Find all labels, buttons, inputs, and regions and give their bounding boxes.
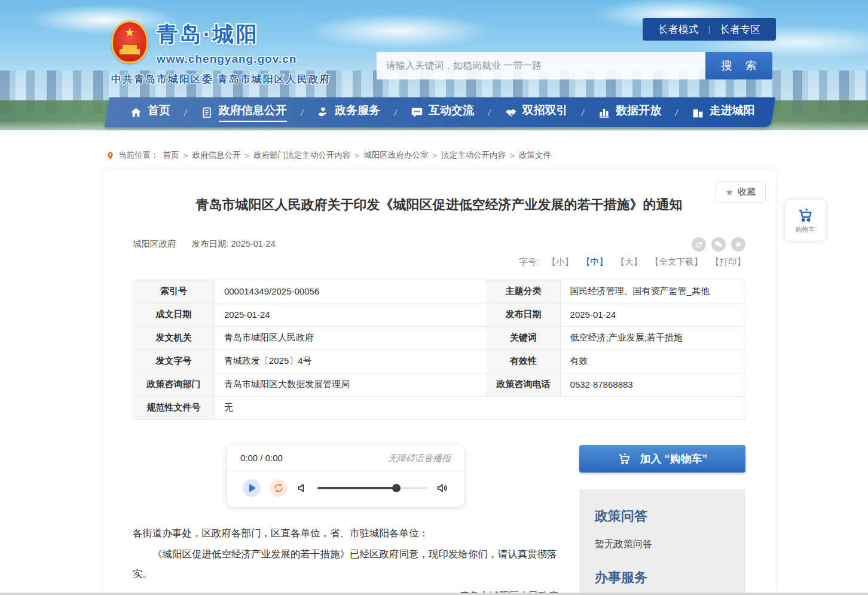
article-sidebar: 加入 “购物车” 政策问答 暂无政策问答 办事服务 — [579, 445, 745, 594]
search-input[interactable] — [377, 52, 705, 79]
site-title: 青岛·城阳 — [157, 20, 297, 48]
body-paragraph: 《城阳区促进低空经济产业发展的若干措施》已经区政府同意，现印发给你们，请认真贯彻… — [133, 544, 558, 584]
table-row: 政策咨询部门 青岛市城阳区大数据发展管理局 政策咨询电话 0532-878688… — [133, 373, 745, 396]
play-button[interactable] — [243, 479, 261, 497]
article-publish-date: 发布日期: 2025-01-24 — [192, 238, 276, 250]
accessibility-audio-player: 0:00 / 0:00 无障碍语音播报 — [227, 445, 464, 507]
table-row: 规范性文件号 无 — [133, 396, 745, 419]
volume-slider[interactable] — [317, 487, 427, 489]
site-logo-group: ★ 青岛·城阳 www.chengyang.gov.cn 中共青岛市城阳区委 青… — [111, 20, 331, 86]
site-subtitle: 中共青岛市城阳区委 青岛市城阳区人民政府 — [111, 72, 331, 86]
play-icon — [249, 484, 256, 492]
breadcrumb-item-disclosure[interactable]: 法定主动公开内容 — [441, 150, 506, 161]
font-size-controls: 字号: 【小】 【中】 【大】 【全文下载】 【打印】 — [133, 256, 745, 268]
breadcrumb-item-home[interactable]: 首页 — [163, 150, 179, 161]
breadcrumb-item-policy-files[interactable]: 政策文件 — [519, 150, 551, 161]
download-full-text-button[interactable]: 【全文下载】 — [650, 257, 702, 266]
service-hand-icon — [317, 106, 329, 119]
nav-separator: / — [301, 108, 303, 118]
share-icons — [692, 237, 745, 252]
favorite-star-icon: ★ — [726, 187, 733, 198]
home-icon — [130, 106, 142, 119]
page-title: 青岛市城阳区人民政府关于印发《城阳区促进低空经济产业发展的若干措施》的通知 — [103, 169, 775, 214]
article-body-column: 0:00 / 0:00 无障碍语音播报 — [133, 445, 558, 594]
document-icon — [201, 106, 213, 119]
breadcrumb-item-gov-info[interactable]: 政府信息公开 — [192, 150, 240, 161]
audio-caption: 无障碍语音播报 — [388, 453, 451, 464]
table-row: 发文机关 青岛市城阳区人民政府 关键词 低空经济;产业发展;若干措施 — [133, 326, 745, 349]
audio-time: 0:00 / 0:00 — [240, 453, 283, 464]
site-url: www.chengyang.gov.cn — [157, 53, 297, 66]
policy-qa-heading: 政策问答 — [595, 507, 730, 525]
floating-cart-button[interactable]: 购物车 — [785, 200, 826, 241]
policy-panel: 政策问答 暂无政策问答 办事服务 — [579, 489, 745, 594]
main-navigation: 首页 / 政府信息公开 / 政务服务 / 互动交流 / 双招双引 / — [109, 97, 775, 127]
table-row: 成文日期 2025-01-24 发布日期 2025-01-24 — [133, 303, 745, 326]
nav-item-services[interactable]: 政务服务 — [317, 103, 380, 122]
bar-chart-icon — [598, 106, 610, 119]
font-size-small-button[interactable]: 【小】 — [547, 257, 573, 266]
nav-separator: / — [488, 108, 490, 118]
article-source: 城阳区政府 — [133, 238, 176, 250]
elder-zone-button[interactable]: 长者专区 — [720, 23, 760, 36]
font-size-medium-button[interactable]: 【中】 — [582, 257, 608, 266]
nav-separator: / — [582, 108, 584, 118]
font-size-label: 字号: — [519, 257, 539, 266]
nav-separator: / — [184, 108, 187, 118]
document-meta-table: 索引号 000014349/2025-00056 主题分类 国民经济管理、国有资… — [133, 280, 745, 420]
page-bottom-divider — [0, 593, 868, 595]
volume-fill — [317, 487, 396, 489]
font-size-large-button[interactable]: 【大】 — [616, 257, 642, 266]
replay-icon — [273, 483, 284, 493]
breadcrumb-item-office[interactable]: 城阳区政府办公室 — [363, 150, 428, 161]
volume-high-icon — [436, 482, 448, 494]
volume-low-icon — [297, 482, 308, 494]
cart-icon — [617, 452, 631, 466]
nav-item-interaction[interactable]: 互动交流 — [411, 103, 474, 122]
nav-separator: / — [395, 108, 397, 118]
handshake-icon — [505, 106, 517, 119]
cart-icon — [797, 207, 814, 223]
nav-item-about[interactable]: 走进城阳 — [692, 103, 755, 122]
search-button[interactable]: 搜 索 — [705, 52, 772, 79]
volume-knob[interactable] — [392, 484, 401, 492]
weibo-share-icon[interactable] — [692, 237, 706, 252]
policy-qa-empty-text: 暂无政策问答 — [595, 538, 730, 551]
more-share-icon[interactable] — [731, 237, 745, 252]
add-to-cart-button[interactable]: 加入 “购物车” — [579, 445, 745, 473]
print-button[interactable]: 【打印】 — [711, 257, 745, 266]
elder-separator: | — [708, 24, 711, 34]
chat-icon — [411, 106, 423, 119]
wechat-share-icon[interactable] — [711, 237, 726, 252]
elder-mode-bar: 长者模式 | 长者专区 — [643, 18, 776, 41]
table-row: 发文字号 青城政发〔2025〕4号 有效性 有效 — [133, 349, 745, 373]
breadcrumb-label: 当前位置： — [118, 150, 159, 161]
table-row: 索引号 000014349/2025-00056 主题分类 国民经济管理、国有资… — [133, 280, 745, 303]
building-icon — [692, 106, 704, 119]
elder-mode-button[interactable]: 长者模式 — [658, 23, 699, 36]
favorite-button[interactable]: ★ 收藏 — [716, 181, 766, 203]
nav-item-open-data[interactable]: 数据开放 — [598, 103, 661, 122]
national-emblem-icon: ★ — [111, 20, 148, 63]
floating-cart-label: 购物车 — [796, 225, 815, 234]
nav-separator: / — [675, 108, 677, 118]
services-heading: 办事服务 — [595, 569, 730, 587]
article-card: ★ 收藏 青岛市城阳区人民政府关于印发《城阳区促进低空经济产业发展的若干措施》的… — [103, 169, 775, 594]
header-banner-photo: ★ 青岛·城阳 www.chengyang.gov.cn 中共青岛市城阳区委 青… — [0, 0, 868, 141]
location-pin-icon — [106, 151, 114, 161]
nav-item-gov-info[interactable]: 政府信息公开 — [201, 103, 287, 122]
nav-item-investment[interactable]: 双招双引 — [505, 103, 568, 122]
nav-item-home[interactable]: 首页 — [130, 103, 170, 122]
breadcrumb-item-legal-content[interactable]: 政府部门法定主动公开内容 — [253, 150, 350, 161]
body-paragraph: 各街道办事处，区政府各部门，区直各单位，省、市驻城阳各单位： — [133, 523, 558, 543]
search-bar: 搜 索 — [377, 52, 772, 79]
article-meta-row: 城阳区政府 发布日期: 2025-01-24 — [133, 237, 745, 252]
replay-button[interactable] — [270, 479, 288, 497]
breadcrumb: 当前位置： 首页 > 政府信息公开 > 政府部门法定主动公开内容 > 城阳区政府… — [106, 150, 868, 161]
